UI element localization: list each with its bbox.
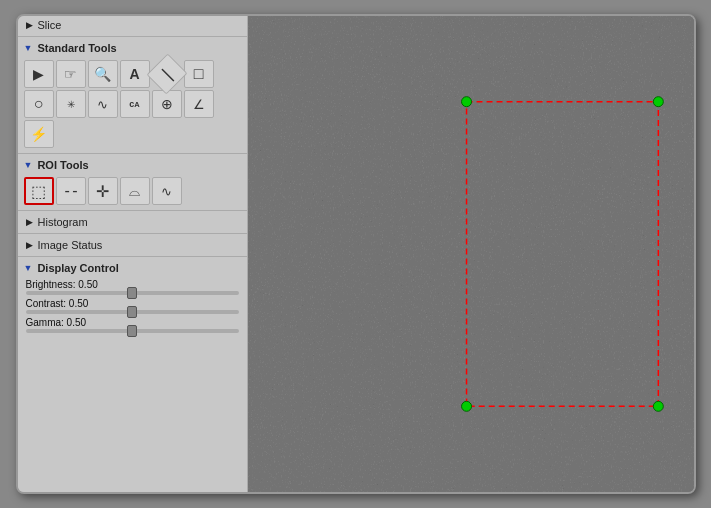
standard-tools-arrow-icon: ▼	[24, 43, 33, 53]
contrast-thumb[interactable]	[127, 306, 137, 318]
standard-tools-grid: ▶ ☞ 🔍 A | □ ○ ✳ ∿ cA ⊕ ∠ ⚡	[18, 57, 247, 151]
wave-tool[interactable]: ∿	[152, 177, 182, 205]
lightning-tool[interactable]: ⚡	[24, 120, 54, 148]
display-control-arrow-icon: ▼	[24, 263, 33, 273]
display-control-header[interactable]: ▼ Display Control	[18, 259, 247, 277]
text-tool[interactable]: A	[120, 60, 150, 88]
image-status-arrow-icon: ▶	[26, 240, 33, 250]
slice-label: Slice	[38, 19, 62, 31]
divider-4	[18, 233, 247, 234]
dotted-line-tool[interactable]: - -	[56, 177, 86, 205]
roi-tools-arrow-icon: ▼	[24, 160, 33, 170]
svg-rect-4	[248, 16, 694, 492]
divider-1	[18, 36, 247, 37]
histogram-label: Histogram	[38, 216, 88, 228]
oval-tool[interactable]: ○	[24, 90, 54, 118]
brightness-slider-row	[26, 291, 239, 295]
display-control-label: Display Control	[37, 262, 118, 274]
line-tool[interactable]: |	[146, 53, 187, 94]
roi-tools-header[interactable]: ▼ ROI Tools	[18, 156, 247, 174]
text2-tool[interactable]: cA	[120, 90, 150, 118]
roi-tools-label: ROI Tools	[37, 159, 88, 171]
zoom-tool[interactable]: 🔍	[88, 60, 118, 88]
divider-3	[18, 210, 247, 211]
brightness-section: Brightness: 0.50 Contrast: 0.50 Gamma: 0…	[18, 277, 247, 340]
slice-row[interactable]: ▶ Slice	[18, 16, 247, 34]
gamma-track[interactable]	[26, 329, 239, 333]
standard-tools-label: Standard Tools	[37, 42, 116, 54]
crosshair-tool[interactable]: ⊕	[152, 90, 182, 118]
wand-tool[interactable]: ✳	[56, 90, 86, 118]
rect-roi-tool[interactable]: ⬚	[24, 177, 54, 205]
roi-handle-bl	[461, 401, 471, 411]
contrast-track[interactable]	[26, 310, 239, 314]
standard-tools-header[interactable]: ▼ Standard Tools	[18, 39, 247, 57]
divider-2	[18, 153, 247, 154]
image-area[interactable]	[248, 16, 694, 492]
roi-handle-br	[653, 401, 663, 411]
histogram-arrow-icon: ▶	[26, 217, 33, 227]
crosshair2-tool[interactable]: ✛	[88, 177, 118, 205]
roi-handle-tl	[461, 97, 471, 107]
gamma-thumb[interactable]	[127, 325, 137, 337]
contrast-slider-row	[26, 310, 239, 314]
rect-tool[interactable]: □	[184, 60, 214, 88]
image-status-label: Image Status	[38, 239, 103, 251]
image-canvas	[248, 16, 694, 492]
gamma-slider-row	[26, 329, 239, 333]
divider-5	[18, 256, 247, 257]
histogram-row[interactable]: ▶ Histogram	[18, 213, 247, 231]
arrow-tool[interactable]: ▶	[24, 60, 54, 88]
freehand-tool[interactable]: ∿	[88, 90, 118, 118]
roi-tools-grid: ⬚ - - ✛ ⌓ ∿	[18, 174, 247, 208]
brightness-thumb[interactable]	[127, 287, 137, 299]
angle-tool[interactable]: ∠	[184, 90, 214, 118]
roi-handle-tr	[653, 97, 663, 107]
hand-tool[interactable]: ☞	[56, 60, 86, 88]
brightness-track[interactable]	[26, 291, 239, 295]
image-status-row[interactable]: ▶ Image Status	[18, 236, 247, 254]
lasso-tool[interactable]: ⌓	[120, 177, 150, 205]
app-window: ▶ Slice ▼ Standard Tools ▶ ☞ 🔍 A | □ ○ ✳…	[16, 14, 696, 494]
sidebar: ▶ Slice ▼ Standard Tools ▶ ☞ 🔍 A | □ ○ ✳…	[18, 16, 248, 492]
slice-arrow-icon: ▶	[26, 20, 33, 30]
